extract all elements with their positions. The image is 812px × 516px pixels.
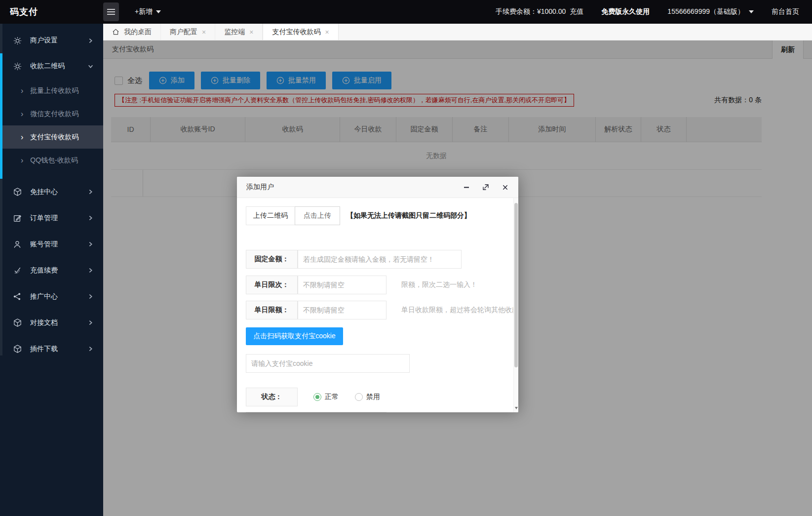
modal-scrollbar[interactable] [513,198,518,412]
scan-cookie-button[interactable]: 点击扫码获取支付宝cookie [246,327,343,345]
tab-merchant-config[interactable]: 商户配置 [161,24,215,40]
chevron-right-icon [88,189,93,195]
daily-times-input[interactable] [298,276,387,294]
daily-quota-row: 单日限额： 单日收款限额，超过将会轮询其他收款码！ [246,301,513,319]
close-icon[interactable] [325,28,329,36]
fixed-amount-row: 固定金额： [246,250,513,269]
tab-monitor[interactable]: 监控端 [215,24,263,40]
sidebar-item-batch-upload-code[interactable]: 批量上传收款码 [0,79,103,102]
sidebar-item-qq-wallet-code[interactable]: QQ钱包-收款码 [0,149,103,172]
sidebar-item-wechat-code[interactable]: 微信支付收款码 [0,102,103,125]
status-normal-radio[interactable]: 正常 [313,393,339,401]
recharge-link[interactable]: 充值 [570,7,583,16]
tab-my-desktop[interactable]: 我的桌面 [103,24,161,40]
minimize-button[interactable] [463,183,470,191]
top-header-bar: 码支付 +新增 手续费余额：¥1000.00 充值 免费版永久使用 155666… [0,0,812,24]
upload-qrcode-label: 上传二维码 [246,206,295,225]
sidebar-item-free-hang-center[interactable]: 免挂中心 [0,179,103,205]
fee-balance-text: 手续费余额：¥1000.00 [496,7,566,16]
sidebar-submenu: 批量上传收款码 微信支付收款码 支付宝传收款码 QQ钱包-收款码 [0,79,103,172]
fee-balance: 手续费余额：¥1000.00 充值 [496,7,583,16]
chevron-down-icon [88,64,93,69]
chevron-right-icon [88,346,93,352]
user-icon [13,239,23,249]
check-icon [13,266,23,276]
upload-button[interactable]: 点击上传 [295,206,340,225]
active-group-indicator [0,53,2,179]
cube-icon [13,344,23,354]
add-user-modal: 添加用户 上传二维码 点击上传 【如果无法上传请截图只留二维码部分】 固定金额： [237,177,518,412]
daily-quota-input[interactable] [298,301,387,319]
tab-alipay-code[interactable]: 支付宝传收款码 [263,24,338,40]
daily-quota-hint: 单日收款限额，超过将会轮询其他收款码！ [401,306,513,315]
sidebar-item-promotion-center[interactable]: 推广中心 [0,283,103,310]
sidebar-item-merchant-settings[interactable]: 商户设置 [0,28,103,53]
app-logo: 码支付 [0,6,103,18]
cookie-input[interactable] [246,354,410,373]
cube-icon [13,187,23,197]
new-add-menu[interactable]: +新增 [135,7,161,16]
gear-icon [13,36,23,45]
upload-hint: 【如果无法上传请截图只留二维码部分】 [347,211,471,220]
topbar-right-group: 手续费余额：¥1000.00 充值 免费版永久使用 15566669999（基础… [496,7,812,16]
scrollbar-thumb[interactable] [514,203,518,367]
modal-body: 上传二维码 点击上传 【如果无法上传请截图只留二维码部分】 固定金额： 单日限次… [237,198,513,412]
close-icon[interactable] [249,28,253,36]
upload-row: 上传二维码 点击上传 【如果无法上传请截图只留二维码部分】 [246,206,513,225]
home-icon [112,28,119,36]
maximize-button[interactable] [482,183,490,191]
chevron-right-icon [88,215,93,221]
fixed-amount-label: 固定金额： [246,250,298,269]
close-icon[interactable] [501,183,509,191]
free-version-badge: 免费版永久使用 [601,7,650,16]
status-disabled-radio[interactable]: 禁用 [355,393,380,401]
sidebar-item-order-management[interactable]: 订单管理 [0,205,103,231]
chevron-right-icon [88,320,93,325]
sidebar-item-qrcode-group[interactable]: 收款二维码 [0,53,103,79]
edit-icon [13,213,23,223]
sidebar-item-plugin-download[interactable]: 插件下载 [0,336,103,362]
chevron-down-icon [749,10,754,13]
chevron-right-icon [88,268,93,273]
scrollbar-down-arrow[interactable] [515,407,518,409]
hamburger-icon [107,8,116,15]
sidebar: 商户设置 收款二维码 批量上传收款码 微信支付收款码 支付宝传收款码 QQ钱包-… [0,24,103,516]
daily-times-label: 单日限次： [246,276,298,294]
sidebar-item-api-docs[interactable]: 对接文档 [0,310,103,336]
sidebar-item-recharge-renewal[interactable]: 充值续费 [0,257,103,283]
close-icon[interactable] [202,28,206,36]
modal-title-bar[interactable]: 添加用户 [237,177,518,198]
sidebar-item-alipay-code[interactable]: 支付宝传收款码 [0,125,103,149]
share-icon [13,292,23,302]
chevron-right-icon [88,38,93,43]
sidebar-toggle-button[interactable] [103,2,119,21]
daily-quota-label: 单日限额： [246,301,298,319]
account-menu[interactable]: 15566669999（基础版） [667,7,754,16]
front-home-link[interactable]: 前台首页 [772,7,799,16]
modal-title: 添加用户 [246,183,274,192]
chevron-right-icon [88,241,93,247]
clipped-label [246,412,298,412]
fixed-amount-input[interactable] [298,250,462,269]
gear-icon [13,61,23,71]
chevron-down-icon [156,10,161,13]
daily-times-hint: 限额，限次二选一输入！ [401,280,477,289]
cube-icon [13,318,23,328]
tab-bar: 我的桌面 商户配置 监控端 支付宝传收款码 [103,24,812,40]
sidebar-item-account-management[interactable]: 账号管理 [0,231,103,257]
radio-icon [313,393,321,401]
status-label: 状态： [246,388,298,406]
daily-times-row: 单日限次： 限额，限次二选一输入！ [246,276,513,294]
status-row: 状态： 正常 禁用 [246,388,513,406]
clipped-row [246,412,513,412]
chevron-right-icon [88,294,93,299]
radio-icon [355,393,363,401]
clipped-input[interactable] [298,412,387,412]
